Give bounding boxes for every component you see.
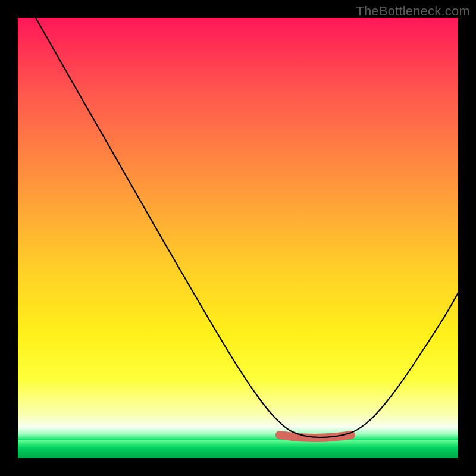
plot-area — [18, 18, 458, 458]
bottleneck-curve — [36, 18, 458, 437]
curve-layer — [18, 18, 458, 458]
watermark-text: TheBottleneck.com — [356, 4, 470, 19]
chart-frame: TheBottleneck.com — [0, 0, 476, 476]
